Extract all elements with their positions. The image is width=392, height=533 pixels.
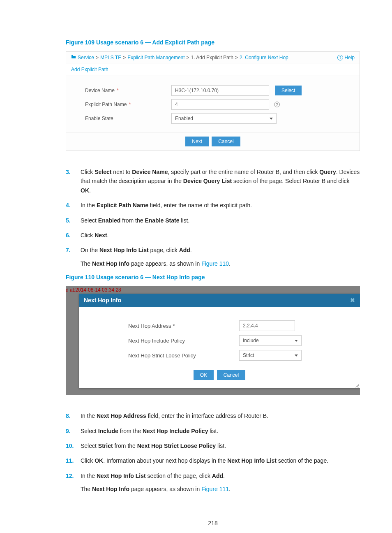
help-icon: ? — [337, 55, 343, 60]
explicit-path-name-label: Explicit Path Name * — [66, 102, 171, 107]
include-policy-select[interactable]: Include — [239, 335, 302, 346]
step-5: 5. Select Enabled from the Enable State … — [66, 216, 360, 225]
instruction-list-b: 8. In the Next Hop Address field, enter … — [66, 411, 360, 494]
step-number: 3. — [66, 167, 81, 195]
enable-state-value: Enabled — [175, 116, 193, 121]
figure-111-link[interactable]: Figure 111 — [201, 486, 229, 492]
next-button[interactable]: Next — [185, 137, 209, 146]
enable-state-label: Enable State — [66, 116, 171, 121]
cancel-button[interactable]: Cancel — [217, 370, 245, 380]
breadcrumb-step1: 1. Add Explicit Path — [191, 55, 233, 60]
step-3: 3. Click Select next to Device Name, spe… — [66, 167, 360, 195]
tooltip-icon[interactable]: ? — [274, 102, 280, 107]
figure-110-link[interactable]: Figure 110 — [201, 260, 229, 267]
tree-icon — [71, 54, 76, 60]
strict-loose-policy-select[interactable]: Strict — [239, 350, 302, 361]
step-number: 4. — [66, 201, 81, 210]
step-number: 10. — [66, 441, 81, 450]
step-4: 4. In the Explicit Path Name field, ente… — [66, 201, 360, 210]
strict-loose-policy-value: Strict — [243, 352, 254, 358]
step-11: 11. Click OK. Information about your nex… — [66, 456, 360, 465]
strict-loose-policy-label: Next Hop Strict Loose Policy — [79, 352, 239, 359]
select-button[interactable]: Select — [275, 86, 302, 95]
breadcrumb-step2: 2. Configure Next Hop — [240, 55, 288, 60]
instruction-list-a: 3. Click Select next to Device Name, spe… — [66, 167, 360, 268]
breadcrumb-sep: > — [96, 55, 99, 60]
step-10: 10. Select Strict from the Next Hop Stri… — [66, 441, 360, 450]
panel-title: Add Explicit Path — [66, 63, 360, 76]
step-12: 12. In the Next Hop Info List section of… — [66, 471, 360, 494]
explicit-path-name-input[interactable]: 4 — [171, 99, 269, 110]
breadcrumb-service[interactable]: Service — [78, 55, 94, 60]
step-number: 11. — [66, 456, 81, 465]
step-number: 6. — [66, 231, 81, 240]
breadcrumb-sep: > — [187, 55, 189, 60]
next-hop-info-screenshot: d at:2014-08-14 03:34:28 Next Hop Info ✖… — [66, 286, 360, 395]
step-number: 9. — [66, 426, 81, 436]
include-policy-label: Next Hop Include Policy — [79, 338, 239, 344]
step-number: 8. — [66, 411, 81, 420]
breadcrumb-sep: > — [123, 55, 126, 60]
chevron-down-icon — [270, 118, 273, 120]
include-policy-value: Include — [243, 338, 259, 343]
breadcrumb-mpls-te[interactable]: MPLS TE — [100, 55, 121, 60]
close-icon[interactable]: ✖ — [350, 297, 355, 304]
resize-handle[interactable] — [354, 382, 359, 387]
page-number: 218 — [66, 499, 360, 526]
help-link[interactable]: ? Help — [337, 55, 355, 60]
step-7: 7. On the Next Hop Info List page, click… — [66, 246, 360, 268]
device-name-label: Device Name * — [66, 88, 171, 93]
breadcrumb: Service > MPLS TE > Explicit Path Manage… — [71, 54, 288, 60]
figure-109-caption: Figure 109 Usage scenario 6 — Add Explic… — [66, 39, 360, 46]
next-hop-address-label: Next Hop Address * — [79, 323, 239, 329]
cancel-button[interactable]: Cancel — [212, 137, 240, 146]
timestamp-text: d at:2014-08-14 03:34:28 — [66, 286, 121, 293]
breadcrumb-sep: > — [235, 55, 238, 60]
help-label: Help — [344, 55, 355, 60]
chevron-down-icon — [295, 340, 298, 342]
step-6: 6. Click Next. — [66, 231, 360, 240]
step-8: 8. In the Next Hop Address field, enter … — [66, 411, 360, 420]
ok-button[interactable]: OK — [194, 370, 214, 380]
enable-state-select[interactable]: Enabled — [171, 113, 277, 124]
dialog-title: Next Hop Info — [84, 297, 121, 304]
next-hop-address-input[interactable]: 2.2.4.4 — [239, 320, 295, 331]
device-name-input[interactable]: H3C-1(172.10.0.70) — [171, 85, 269, 96]
breadcrumb-explicit-path-management[interactable]: Explicit Path Management — [127, 55, 184, 60]
step-number: 7. — [66, 246, 81, 268]
next-hop-info-dialog: Next Hop Info ✖ Next Hop Address * 2.2.4… — [79, 294, 360, 388]
step-number: 12. — [66, 471, 81, 494]
step-9: 9. Select Include from the Next Hop Incl… — [66, 426, 360, 436]
add-explicit-path-panel: Service > MPLS TE > Explicit Path Manage… — [66, 51, 360, 151]
chevron-down-icon — [295, 355, 298, 357]
step-number: 5. — [66, 216, 81, 225]
figure-110-caption: Figure 110 Usage scenario 6 — Next Hop I… — [66, 274, 360, 280]
